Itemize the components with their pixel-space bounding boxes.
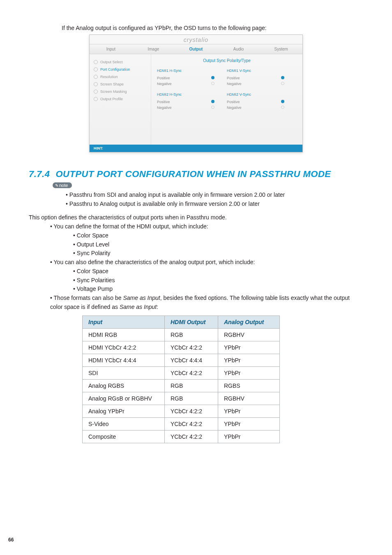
table-row: HDMI RGBRGBRGBHV (83, 329, 280, 341)
group-header: HDMI1 H-Sync (157, 67, 227, 74)
sidebar-item: Port Configuration (93, 66, 148, 73)
cell: YCbCr 4:4:4 (165, 354, 218, 367)
tab-label: Image (148, 47, 159, 51)
section-heading: 7.7.4OUTPUT PORT CONFIGURATION WHEN IN P… (29, 169, 363, 180)
sidebar-label: Screen Shape (100, 82, 124, 86)
osd-tabs: Input Image Output Audio System (90, 44, 302, 54)
option-label: Positive (227, 100, 240, 104)
bullet: Passthru to Analog output is available o… (66, 200, 363, 209)
bullet-text: You can also define the characteristics … (54, 259, 255, 265)
sub-bullet: Color Space (73, 267, 363, 276)
bullet: You can also define the characteristics … (50, 258, 363, 294)
option-row: Negative (157, 81, 227, 87)
option-row: Negative (227, 81, 297, 87)
tab-system: System (260, 44, 302, 54)
table-body: HDMI RGBRGBRGBHV HDMI YCbCr 4:2:2YCbCr 4… (83, 329, 280, 443)
sub-bullet: Sync Polarity (73, 249, 363, 258)
table-row: HDMI YCbCr 4:4:4YCbCr 4:4:4YPbPr (83, 354, 280, 367)
cell: YCbCr 4:2:2 (165, 431, 218, 443)
cell: RGB (165, 380, 218, 392)
tab-input: Input (90, 44, 132, 54)
table-row: Analog RGsB or RGBHVRGBRGBHV (83, 392, 280, 405)
bullet: You can define the format of the HDMI ou… (50, 222, 363, 258)
note-badge: note (53, 182, 72, 188)
intro-paragraph: If the Analog output is configured as YP… (62, 25, 363, 31)
group-header: HDMI1 V-Sync (227, 67, 297, 74)
sidebar-label: Resolution (100, 75, 118, 79)
cell: RGBHV (218, 329, 280, 341)
sidebar-item: Screen Masking (93, 88, 148, 95)
tab-label: System (274, 47, 288, 51)
cell: YPbPr (218, 367, 280, 380)
cell: YCbCr 4:2:2 (165, 418, 218, 431)
cell: RGBS (218, 380, 280, 392)
option-row: Positive (227, 99, 297, 105)
tab-label: Output (189, 47, 203, 51)
cell: SDI (83, 367, 165, 380)
osd-main-panel: Output Sync Polarity/Type HDMI1 H-Sync H… (151, 54, 302, 145)
cell: YPbPr (218, 418, 280, 431)
table-row: Analog YPbPrYCbCr 4:2:2YPbPr (83, 405, 280, 418)
sub-bullet: Output Level (73, 240, 363, 249)
bullet-em: Same as Input (123, 295, 160, 301)
sidebar-item: Screen Shape (93, 81, 148, 88)
osd-sidebar: Output Select Port Configuration Resolut… (90, 54, 151, 145)
cell: HDMI YCbCr 4:4:4 (83, 354, 165, 367)
bullet-em: Same as Input (120, 304, 157, 310)
option-label: Negative (227, 82, 242, 86)
dot-off-icon (211, 106, 214, 109)
main-bullets: You can define the format of the HDMI ou… (50, 222, 363, 311)
radio-icon (94, 75, 98, 79)
tab-audio: Audio (217, 44, 260, 54)
option-label: Negative (227, 106, 242, 110)
col-header: Input (83, 316, 165, 329)
cell: YCbCr 4:2:2 (165, 405, 218, 418)
sidebar-item: Resolution (93, 73, 148, 81)
table-row: CompositeYCbCr 4:2:2YPbPr (83, 431, 280, 443)
radio-icon (94, 82, 98, 86)
osd-hint-bar: HINT: (90, 145, 302, 152)
osd-panel-title: Output Sync Polarity/Type (157, 58, 297, 63)
cell: Analog YPbPr (83, 405, 165, 418)
cell: YPbPr (218, 431, 280, 443)
radio-icon (94, 97, 98, 101)
option-row: Negative (157, 105, 227, 111)
sidebar-item: Output Profile (93, 95, 148, 103)
tab-output: Output (175, 44, 217, 54)
tab-label: Audio (233, 47, 244, 51)
sidebar-item: Output Select (93, 58, 148, 66)
option-row: Positive (157, 75, 227, 81)
osd-logo: crystalio (90, 35, 302, 44)
table-row: SDIYCbCr 4:2:2YPbPr (83, 367, 280, 380)
body-paragraph: This option defines the characteristics … (29, 214, 363, 221)
cell: YPbPr (218, 405, 280, 418)
radio-icon (94, 60, 98, 64)
col-header: HDMI Output (165, 316, 218, 329)
cell: YCbCr 4:2:2 (165, 367, 218, 380)
group-header: HDMI2 H-Sync (157, 91, 227, 98)
radio-icon (94, 67, 98, 71)
bullet-text: Those formats can also be (54, 295, 123, 301)
option-row: Positive (157, 99, 227, 105)
sidebar-label: Screen Masking (100, 90, 127, 94)
tab-image: Image (132, 44, 175, 54)
cell: Analog RGBS (83, 380, 165, 392)
option-label: Positive (157, 100, 170, 104)
section-number: 7.7.4 (29, 169, 50, 179)
bullet: Passthru from SDI and analog input is av… (66, 191, 363, 200)
sub-bullet: Sync Polarities (73, 276, 363, 285)
tab-label: Input (106, 47, 115, 51)
dot-on-icon (211, 100, 214, 103)
option-row: Negative (227, 105, 297, 111)
section-title: OUTPUT PORT CONFIGURATION WHEN IN PASSTH… (55, 169, 331, 179)
page-number: 66 (8, 537, 14, 543)
bullet-text: : (157, 304, 158, 310)
option-label: Positive (227, 76, 240, 80)
cell: HDMI YCbCr 4:2:2 (83, 341, 165, 354)
note-bullets: Passthru from SDI and analog input is av… (66, 191, 363, 208)
option-label: Negative (157, 106, 172, 110)
dot-off-icon (281, 82, 284, 85)
option-row: Positive (227, 75, 297, 81)
table-row: HDMI YCbCr 4:2:2YCbCr 4:2:2YPbPr (83, 341, 280, 354)
format-table: Input HDMI Output Analog Output HDMI RGB… (82, 315, 280, 443)
